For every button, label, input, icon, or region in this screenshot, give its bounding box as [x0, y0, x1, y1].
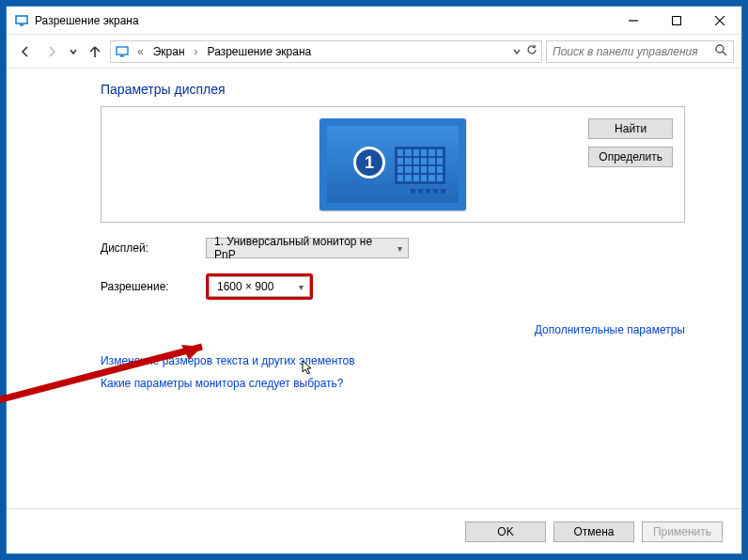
display-label: Дисплей:	[101, 241, 206, 255]
svg-rect-1	[20, 24, 23, 26]
window-title: Разрешение экрана	[35, 14, 612, 27]
resolution-value: 1600 × 900	[217, 280, 273, 293]
display-select[interactable]: 1. Универсальный монитор не PnP ▾	[206, 238, 409, 258]
resolution-label: Разрешение:	[101, 280, 206, 293]
window-buttons	[612, 7, 741, 34]
resolution-select[interactable]: 1600 × 900 ▾	[209, 276, 310, 297]
svg-rect-0	[16, 16, 27, 23]
cancel-button[interactable]: Отмена	[553, 521, 634, 542]
monitor-preview[interactable]: 1	[319, 118, 466, 210]
refresh-icon[interactable]	[526, 44, 538, 58]
monitor-number: 1	[353, 147, 385, 179]
identify-button[interactable]: Определить	[588, 147, 673, 167]
close-button[interactable]	[698, 7, 741, 34]
desktop-grid-icon	[395, 147, 445, 184]
annotation-highlight: 1600 × 900 ▾	[206, 273, 313, 300]
chevron-down-icon: ▾	[397, 243, 402, 254]
forward-button[interactable]	[40, 40, 63, 63]
footer: OK Отмена Применить	[7, 508, 741, 553]
navbar: « Экран › Разрешение экрана	[7, 35, 741, 69]
which-settings-link[interactable]: Какие параметры монитора следует выбрать…	[101, 377, 685, 390]
page-heading: Параметры дисплея	[101, 82, 685, 97]
monitor-icon	[14, 13, 29, 28]
content: Параметры дисплея 1	[7, 69, 741, 508]
resolution-row: Разрешение: 1600 × 900 ▾	[101, 273, 685, 300]
display-preview: 1 Найти Определить	[101, 106, 685, 223]
chevron-left-icon: «	[133, 45, 148, 58]
advanced-settings-link[interactable]: Дополнительные параметры	[535, 323, 685, 336]
chevron-right-icon: ›	[191, 45, 202, 58]
svg-rect-6	[117, 47, 128, 54]
window: Разрешение экрана « Экран › Разрешение э…	[6, 6, 742, 554]
chevron-down-icon: ▾	[299, 282, 304, 292]
maximize-button[interactable]	[655, 7, 698, 34]
breadcrumb-screen[interactable]: Экран	[151, 45, 187, 58]
text-size-link[interactable]: Изменение размеров текста и других элеме…	[101, 354, 685, 367]
breadcrumb-resolution[interactable]: Разрешение экрана	[206, 45, 314, 58]
svg-rect-7	[120, 55, 124, 57]
taskbar-dots-icon	[411, 189, 445, 194]
back-button[interactable]	[14, 40, 37, 63]
titlebar: Разрешение экрана	[7, 7, 741, 35]
svg-rect-3	[673, 16, 681, 24]
find-button[interactable]: Найти	[588, 118, 673, 139]
up-button[interactable]	[84, 40, 106, 63]
search-input[interactable]	[553, 45, 709, 58]
apply-button[interactable]: Применить	[642, 521, 723, 542]
chevron-down-icon[interactable]	[513, 45, 521, 58]
address-bar[interactable]: « Экран › Разрешение экрана	[110, 40, 542, 63]
display-value: 1. Универсальный монитор не PnP	[214, 235, 387, 261]
svg-line-9	[723, 52, 726, 55]
ok-button[interactable]: OK	[465, 521, 546, 542]
svg-point-8	[716, 45, 724, 53]
minimize-button[interactable]	[612, 7, 655, 34]
monitor-icon	[115, 44, 130, 59]
display-row: Дисплей: 1. Универсальный монитор не PnP…	[101, 238, 685, 258]
search-icon[interactable]	[715, 43, 727, 60]
search-box[interactable]	[546, 40, 734, 63]
history-dropdown-icon[interactable]	[67, 40, 80, 63]
